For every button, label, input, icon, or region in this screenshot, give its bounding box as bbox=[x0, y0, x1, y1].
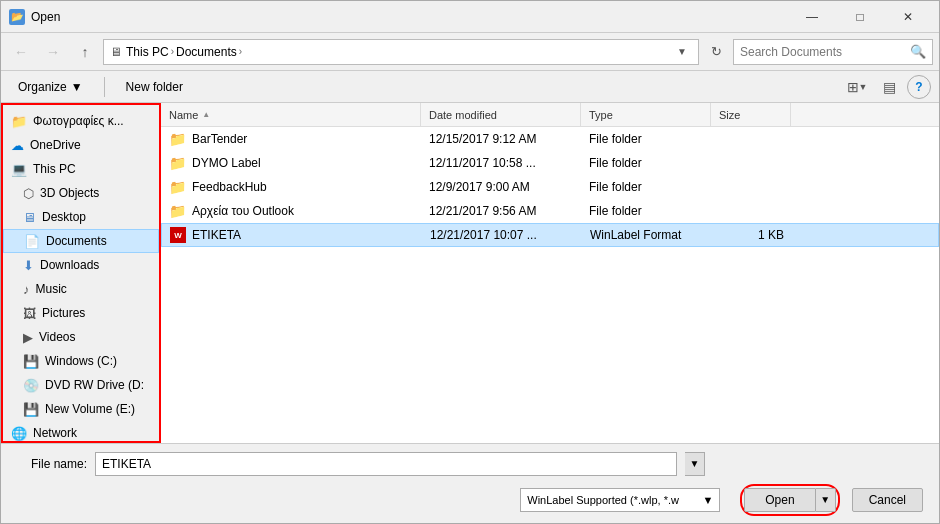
address-path-icon: 🖥 bbox=[110, 45, 122, 59]
file-name-cell: 📁Αρχεία του Outlook bbox=[161, 203, 421, 219]
sidebar-item-windows[interactable]: 💾Windows (C:) bbox=[3, 349, 159, 373]
sidebar-item-music[interactable]: ♪Music bbox=[3, 277, 159, 301]
cloud-icon: ☁ bbox=[11, 138, 24, 153]
3d-icon: ⬡ bbox=[23, 186, 34, 201]
file-list: 📁BarTender12/15/2017 9:12 AMFile folder📁… bbox=[161, 127, 939, 443]
sidebar-item-newvol[interactable]: 💾New Volume (E:) bbox=[3, 397, 159, 421]
drive-icon: 💾 bbox=[23, 354, 39, 369]
sort-arrow-name: ▲ bbox=[202, 110, 210, 119]
file-date-cell: 12/15/2017 9:12 AM bbox=[421, 132, 581, 146]
file-name-text: ETIKETA bbox=[192, 228, 241, 242]
address-toolbar: ← → ↑ 🖥 This PC › Documents › ▼ ↻ 🔍 bbox=[1, 33, 939, 71]
table-row[interactable]: 📁FeedbackHub12/9/2017 9:00 AMFile folder bbox=[161, 175, 939, 199]
sidebar-label-desktop: Desktop bbox=[42, 210, 86, 224]
new-folder-button[interactable]: New folder bbox=[117, 75, 192, 99]
col-header-name[interactable]: Name ▲ bbox=[161, 103, 421, 126]
sidebar-item-onedrive[interactable]: ☁OneDrive bbox=[3, 133, 159, 157]
maximize-button[interactable]: □ bbox=[837, 1, 883, 33]
sidebar-label-windows: Windows (C:) bbox=[45, 354, 117, 368]
open-button[interactable]: Open bbox=[744, 488, 815, 512]
down-icon: ⬇ bbox=[23, 258, 34, 273]
bottom-bar: File name: ▼ WinLabel Supported (*.wlp, … bbox=[1, 443, 939, 523]
main-content: 📁Φωτογραφίες κ...☁OneDrive💻This PC⬡3D Ob… bbox=[1, 103, 939, 443]
table-row[interactable]: 📁DYMO Label12/11/2017 10:58 ...File fold… bbox=[161, 151, 939, 175]
table-row[interactable]: 📁Αρχεία του Outlook12/21/2017 9:56 AMFil… bbox=[161, 199, 939, 223]
col-header-type[interactable]: Type bbox=[581, 103, 711, 126]
sidebar-item-desktop[interactable]: 🖥Desktop bbox=[3, 205, 159, 229]
help-button[interactable]: ? bbox=[907, 75, 931, 99]
open-arrow-button[interactable]: ▼ bbox=[816, 488, 836, 512]
forward-button[interactable]: → bbox=[39, 38, 67, 66]
sidebar-label-videos: Videos bbox=[39, 330, 75, 344]
path-documents: Documents bbox=[176, 45, 237, 59]
file-type-cell: WinLabel Format bbox=[582, 228, 712, 242]
file-name-text: FeedbackHub bbox=[192, 180, 267, 194]
cancel-button[interactable]: Cancel bbox=[852, 488, 923, 512]
file-name-cell: WETIKETA bbox=[162, 227, 422, 243]
open-dialog: 📂 Open — □ ✕ ← → ↑ 🖥 This PC › Documents… bbox=[0, 0, 940, 524]
sidebar-item-thispc[interactable]: 💻This PC bbox=[3, 157, 159, 181]
address-path: This PC › Documents › bbox=[126, 45, 668, 59]
filename-label: File name: bbox=[17, 457, 87, 471]
sidebar-label-photos: Φωτογραφίες κ... bbox=[33, 114, 124, 128]
view-icon: ⊞ bbox=[847, 79, 859, 95]
wlp-icon: W bbox=[170, 227, 186, 243]
file-type-cell: File folder bbox=[581, 180, 711, 194]
folder-icon: 📁 bbox=[169, 155, 186, 171]
file-date-cell: 12/11/2017 10:58 ... bbox=[421, 156, 581, 170]
sidebar-item-downloads[interactable]: ⬇Downloads bbox=[3, 253, 159, 277]
sidebar-item-3dobjects[interactable]: ⬡3D Objects bbox=[3, 181, 159, 205]
col-header-size[interactable]: Size bbox=[711, 103, 791, 126]
organize-button[interactable]: Organize ▼ bbox=[9, 75, 92, 99]
minimize-button[interactable]: — bbox=[789, 1, 835, 33]
back-button[interactable]: ← bbox=[7, 38, 35, 66]
refresh-button[interactable]: ↻ bbox=[703, 39, 729, 65]
filetype-select[interactable]: WinLabel Supported (*.wlp, *.w ▼ bbox=[520, 488, 720, 512]
filename-input[interactable] bbox=[95, 452, 677, 476]
folder-icon: 📁 bbox=[169, 203, 186, 219]
preview-button[interactable]: ▤ bbox=[875, 75, 903, 99]
table-row[interactable]: WETIKETA12/21/2017 10:07 ...WinLabel For… bbox=[161, 223, 939, 247]
sidebar: 📁Φωτογραφίες κ...☁OneDrive💻This PC⬡3D Ob… bbox=[1, 103, 161, 443]
file-date-cell: 12/21/2017 10:07 ... bbox=[422, 228, 582, 242]
desktop-icon: 🖥 bbox=[23, 210, 36, 225]
file-list-container: Name ▲ Date modified Type Size 📁BarTende… bbox=[161, 103, 939, 443]
network-icon: 🌐 bbox=[11, 426, 27, 441]
file-date-cell: 12/21/2017 9:56 AM bbox=[421, 204, 581, 218]
sidebar-label-downloads: Downloads bbox=[40, 258, 99, 272]
sidebar-item-videos[interactable]: ▶Videos bbox=[3, 325, 159, 349]
table-row[interactable]: 📁BarTender12/15/2017 9:12 AMFile folder bbox=[161, 127, 939, 151]
col-header-date[interactable]: Date modified bbox=[421, 103, 581, 126]
file-type-cell: File folder bbox=[581, 132, 711, 146]
pc-icon: 💻 bbox=[11, 162, 27, 177]
folder-icon: 📁 bbox=[169, 131, 186, 147]
file-name-text: Αρχεία του Outlook bbox=[192, 204, 294, 218]
sidebar-label-onedrive: OneDrive bbox=[30, 138, 81, 152]
filename-row: File name: ▼ bbox=[17, 452, 923, 476]
sidebar-item-dvd[interactable]: 💿DVD RW Drive (D: bbox=[3, 373, 159, 397]
sidebar-label-3dobjects: 3D Objects bbox=[40, 186, 99, 200]
path-arrow2: › bbox=[239, 46, 242, 57]
address-dropdown-button[interactable]: ▼ bbox=[672, 39, 692, 65]
title-bar: 📂 Open — □ ✕ bbox=[1, 1, 939, 33]
folder-icon: 📁 bbox=[11, 114, 27, 129]
sidebar-item-documents[interactable]: 📄Documents bbox=[3, 229, 159, 253]
sidebar-label-network: Network bbox=[33, 426, 77, 440]
filetype-row: WinLabel Supported (*.wlp, *.w ▼ Open ▼ … bbox=[17, 484, 923, 516]
address-bar[interactable]: 🖥 This PC › Documents › ▼ bbox=[103, 39, 699, 65]
search-input[interactable] bbox=[740, 45, 906, 59]
sidebar-item-photos[interactable]: 📁Φωτογραφίες κ... bbox=[3, 109, 159, 133]
view-options-button[interactable]: ⊞ ▼ bbox=[843, 75, 871, 99]
sidebar-item-network[interactable]: 🌐Network bbox=[3, 421, 159, 443]
path-arrow1: › bbox=[171, 46, 174, 57]
preview-icon: ▤ bbox=[883, 79, 896, 95]
filename-dropdown[interactable]: ▼ bbox=[685, 452, 705, 476]
close-button[interactable]: ✕ bbox=[885, 1, 931, 33]
sidebar-item-pictures[interactable]: 🖼Pictures bbox=[3, 301, 159, 325]
sidebar-label-documents: Documents bbox=[46, 234, 107, 248]
dialog-title: Open bbox=[31, 10, 789, 24]
up-button[interactable]: ↑ bbox=[71, 38, 99, 66]
title-bar-buttons: — □ ✕ bbox=[789, 1, 931, 33]
file-name-cell: 📁FeedbackHub bbox=[161, 179, 421, 195]
file-name-text: DYMO Label bbox=[192, 156, 261, 170]
